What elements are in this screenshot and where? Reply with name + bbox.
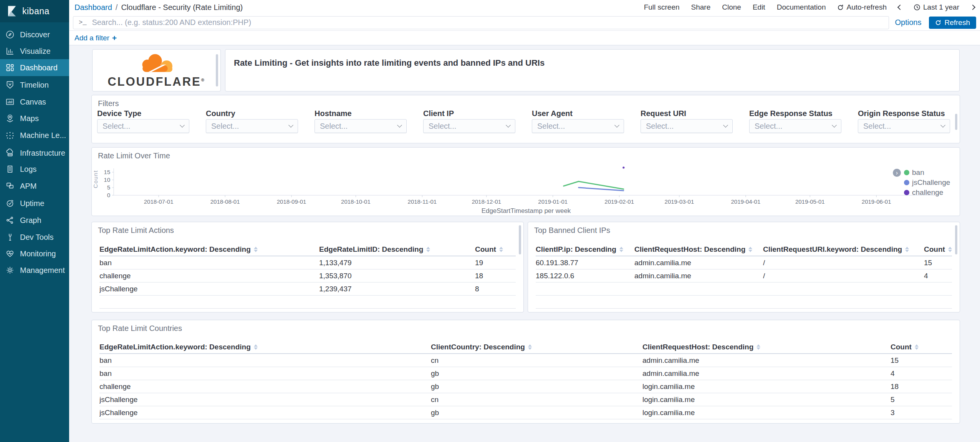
search-input[interactable]: [92, 18, 883, 27]
search-box[interactable]: >_: [73, 16, 889, 29]
filter-field-label: Client IP: [423, 109, 454, 118]
filter-select-country[interactable]: Select...: [206, 119, 298, 133]
column-header[interactable]: Count: [891, 343, 952, 351]
sidebar-item-dev-tools[interactable]: Dev Tools: [0, 229, 69, 246]
column-header[interactable]: ClientRequestHost: Descending: [634, 245, 763, 254]
cloudflare-logo: CLOUDFLARE®: [93, 52, 220, 89]
select-placeholder: Select...: [320, 122, 348, 131]
clock-icon: [914, 4, 920, 11]
share-button[interactable]: Share: [691, 3, 711, 12]
documentation-link[interactable]: Documentation: [777, 3, 826, 12]
rate-limit-line-chart[interactable]: 0510152018-07-012018-08-012018-09-012018…: [92, 148, 960, 216]
x-tick-label: 2019-05-01: [795, 198, 825, 205]
select-placeholder: Select...: [646, 122, 674, 131]
filter-select-origin-response-status[interactable]: Select...: [858, 119, 950, 133]
chevron-down-icon: [397, 123, 402, 128]
x-tick-label: 2019-06-01: [862, 198, 891, 205]
column-header[interactable]: ClientRequestHost: Descending: [642, 343, 891, 351]
sidebar-item-dashboard[interactable]: Dashboard: [0, 59, 69, 76]
legend-label: jsChallenge: [912, 178, 950, 187]
sidebar-item-maps[interactable]: Maps: [0, 110, 69, 127]
column-header[interactable]: Count: [924, 245, 952, 254]
sort-icon: [254, 344, 258, 350]
logs-document-icon: [5, 164, 15, 174]
table-header-row: ClientIP.ip: Descending ClientRequestHos…: [536, 243, 952, 256]
sidebar-item-monitoring[interactable]: Monitoring: [0, 245, 69, 262]
sidebar-item-logs[interactable]: Logs: [0, 161, 69, 178]
legend-item-challenge[interactable]: challenge: [904, 189, 950, 196]
table-panel-scrollbar[interactable]: [519, 225, 521, 254]
clone-button[interactable]: Clone: [722, 3, 741, 12]
breadcrumb-dashboard-link[interactable]: Dashboard: [74, 3, 112, 12]
filter-select-request-uri[interactable]: Select...: [641, 119, 733, 133]
sidebar-item-uptime[interactable]: Uptime: [0, 195, 69, 212]
cloudflare-logo-panel: CLOUDFLARE®: [92, 49, 221, 91]
dashboard-menu: Full screen Share Clone Edit Documentati…: [644, 3, 975, 12]
refresh-button[interactable]: Refresh: [929, 17, 976, 29]
sidebar-item-apm[interactable]: APM: [0, 178, 69, 194]
table-row: jsChallengecnlogin.camilia.me5: [99, 393, 952, 406]
x-tick-label: 2018-12-01: [472, 198, 501, 205]
sort-icon: [619, 247, 623, 252]
panel-title: Filters: [98, 99, 119, 108]
table-header-row: EdgeRateLimitAction.keyword: Descending …: [99, 243, 516, 256]
top-rate-limit-actions-panel: Top Rate Limit Actions EdgeRateLimitActi…: [91, 222, 524, 312]
filter-select-client-ip[interactable]: Select...: [423, 119, 515, 133]
rate-limit-chart-panel: Rate Limit Over Time 0510152018-07-01201…: [91, 147, 960, 216]
filter-field-label: User Agent: [532, 109, 573, 118]
auto-refresh-button[interactable]: Auto-refresh: [837, 3, 887, 12]
column-header[interactable]: EdgeRateLimitID: Descending: [319, 245, 475, 254]
column-header[interactable]: ClientIP.ip: Descending: [536, 245, 634, 254]
refresh-icon: [935, 20, 941, 26]
add-filter-button[interactable]: Add a filter +: [74, 33, 117, 43]
table-row: challenge1,353,87018: [99, 269, 516, 282]
table-panel-scrollbar[interactable]: [955, 225, 957, 254]
chevron-down-icon: [832, 123, 837, 128]
map-pin-icon: [5, 113, 15, 123]
filter-select-user-agent[interactable]: Select...: [532, 119, 624, 133]
table-row: challengegblogin.camilia.me18: [99, 380, 952, 393]
logo-panel-scrollbar[interactable]: [216, 54, 218, 86]
legend-item-ban[interactable]: ban: [904, 169, 950, 176]
sidebar-item-label: Timelion: [20, 81, 49, 90]
time-back-button[interactable]: [898, 5, 902, 9]
options-link[interactable]: Options: [895, 18, 922, 27]
column-header[interactable]: Count: [475, 245, 516, 254]
full-screen-button[interactable]: Full screen: [644, 3, 680, 12]
column-header[interactable]: ClientRequestURI.keyword: Descending: [763, 245, 924, 254]
sidebar-item-visualize[interactable]: Visualize: [0, 43, 69, 60]
edit-button[interactable]: Edit: [753, 3, 765, 12]
time-forward-button[interactable]: [971, 5, 975, 9]
chevron-down-icon: [940, 123, 945, 128]
column-header[interactable]: ClientCountry: Descending: [431, 343, 642, 351]
sidebar-item-infrastructure[interactable]: Infrastructure: [0, 145, 69, 161]
sidebar-item-discover[interactable]: Discover: [0, 26, 69, 43]
kibana-dashboard: { "sidebar": { "logo_text": "kibana", "i…: [0, 0, 980, 442]
series-line-ban: [564, 181, 624, 189]
column-header[interactable]: EdgeRateLimitAction.keyword: Descending: [99, 245, 319, 254]
sidebar-item-canvas[interactable]: Canvas: [0, 93, 69, 110]
filter-select-edge-response-status[interactable]: Select...: [749, 119, 841, 133]
chevron-down-icon: [723, 123, 728, 128]
legend-toggle-icon[interactable]: ›: [893, 169, 901, 177]
y-tick-label: 10: [104, 176, 110, 183]
filter-select-device-type[interactable]: Select...: [97, 119, 189, 133]
sidebar-item-machine-learning[interactable]: Machine Le...: [0, 127, 69, 144]
column-header[interactable]: EdgeRateLimitAction.keyword: Descending: [99, 343, 431, 351]
sidebar-item-graph[interactable]: Graph: [0, 212, 69, 229]
sidebar-nav: kibana Discover Visualize Dashboard Time…: [0, 0, 69, 442]
time-range-picker[interactable]: Last 1 year: [914, 3, 959, 12]
page-title: Cloudflare - Security (Rate Limiting): [121, 3, 243, 12]
y-tick-label: 15: [104, 169, 110, 175]
auto-refresh-icon: [837, 4, 844, 11]
filter-select-hostname[interactable]: Select...: [315, 119, 407, 133]
legend-item-jsChallenge[interactable]: jsChallenge: [904, 179, 950, 186]
filter-field-label: Device Type: [97, 109, 141, 118]
kibana-logo[interactable]: kibana: [0, 0, 69, 22]
sidebar-item-timelion[interactable]: Timelion: [0, 76, 69, 93]
sidebar-item-management[interactable]: Management: [0, 262, 69, 279]
chart-legend: › banjsChallengechallenge: [893, 169, 950, 196]
legend-dot-icon: [904, 190, 909, 195]
filters-panel-scrollbar[interactable]: [955, 114, 957, 130]
dashboard-grid-icon: [5, 63, 15, 73]
